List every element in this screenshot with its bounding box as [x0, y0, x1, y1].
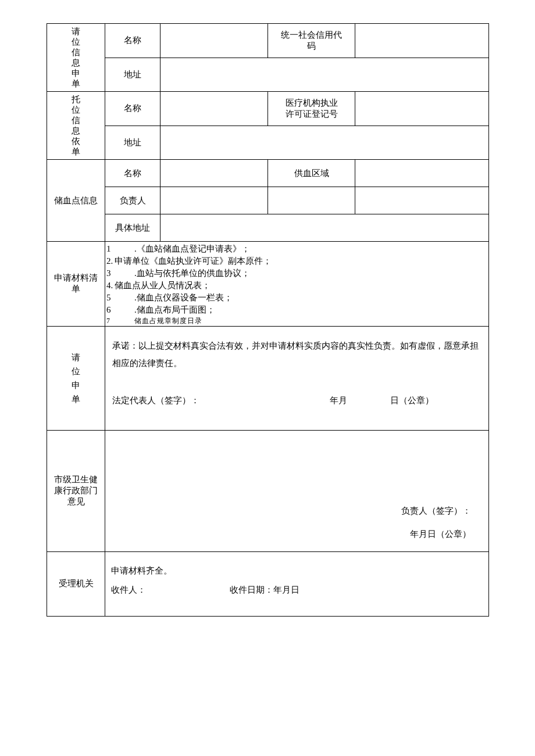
legal-rep-sign-label: 法定代表人（签字）： [112, 392, 199, 409]
storage-header: 储血点信息 [47, 160, 105, 242]
promise-text: 承诺：以上提交材料真实合法有效，并对申请材料实质内容的真实性负责。如有虚假，愿意… [112, 337, 482, 372]
storage-area-label: 供血区域 [268, 160, 355, 187]
city-opinion-cell[interactable]: 负责人（签字）： 年月日（公章） [105, 430, 489, 551]
storage-name-value[interactable] [160, 160, 268, 187]
trustee-name-label: 名称 [105, 92, 160, 126]
applicant-code-label: 统一社会信用代 码 [268, 24, 355, 58]
applicant-name-value[interactable] [160, 24, 268, 58]
trustee-addr-label: 地址 [105, 126, 160, 160]
applicant-header: 请 位 信 息 申 单 [47, 24, 105, 92]
promise-day-seal: 日（公章） [390, 392, 434, 409]
trustee-permit-label: 医疗机构执业 许可证登记号 [268, 92, 355, 126]
trustee-permit-value[interactable] [355, 92, 489, 126]
trustee-name-value[interactable] [160, 92, 268, 126]
storage-addr-label: 具体地址 [105, 214, 160, 242]
applicant-code-value[interactable] [355, 24, 489, 58]
applicant-addr-value[interactable] [160, 58, 489, 92]
materials-complete: 申请材料齐全。 [111, 561, 483, 581]
form-table: 请 位 信 息 申 单 名称 统一社会信用代 码 地址 托 位 信 息 依 单 … [47, 23, 489, 617]
applicant-name-label: 名称 [105, 24, 160, 58]
storage-addr-value[interactable] [160, 214, 489, 242]
receive-date: 收件日期：年月日 [230, 581, 299, 600]
applicant-addr-label: 地址 [105, 58, 160, 92]
promise-yearmonth: 年月 [330, 392, 347, 409]
city-leader-sign: 负责人（签字）： [401, 506, 471, 517]
materials-header: 申请材料清 单 [47, 242, 105, 327]
storage-area-value[interactable] [355, 160, 489, 187]
promise-cell: 承诺：以上提交材料真实合法有效，并对申请材料实质内容的真实性负责。如有虚假，愿意… [105, 326, 489, 430]
storage-leader-label: 负责人 [105, 187, 160, 214]
accepting-authority-header: 受理机关 [47, 551, 105, 616]
storage-blank1[interactable] [268, 187, 355, 214]
trustee-header: 托 位 信 息 依 单 [47, 92, 105, 160]
trustee-addr-value[interactable] [160, 126, 489, 160]
storage-name-label: 名称 [105, 160, 160, 187]
accepting-cell: 申请材料齐全。 收件人： 收件日期：年月日 [105, 551, 489, 616]
city-header: 市级卫生健 康行政部门 意见 [47, 430, 105, 551]
promise-header: 请 位 申 单 [47, 326, 105, 430]
city-date-seal: 年月日（公章） [410, 529, 471, 540]
materials-list: 1.《血站储血点登记申请表》； 2.申请单位《血站执业许可证》副本原件； 3.血… [105, 242, 489, 327]
storage-blank2[interactable] [355, 187, 489, 214]
storage-leader-value[interactable] [160, 187, 268, 214]
receiver-label: 收件人： [111, 585, 146, 594]
